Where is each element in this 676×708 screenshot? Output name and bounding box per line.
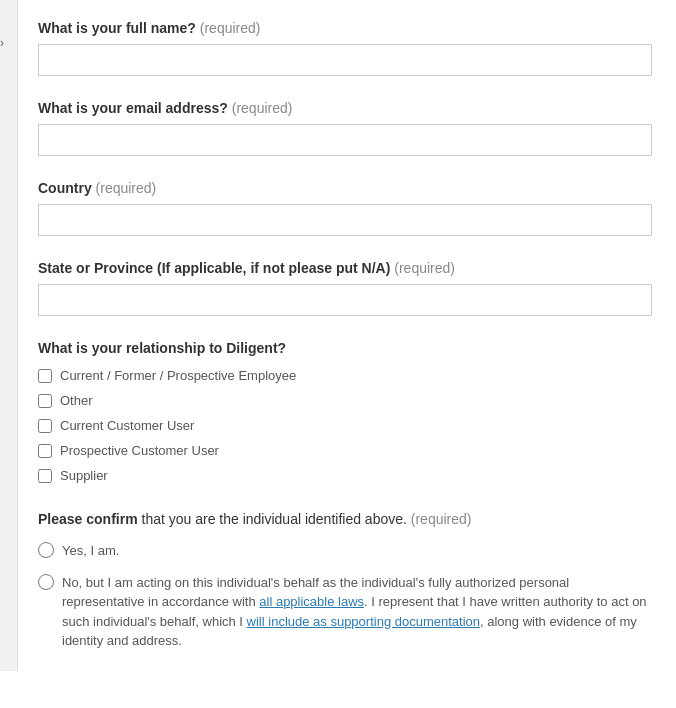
relationship-group: What is your relationship to Diligent? C… bbox=[38, 340, 652, 483]
page-wrapper: › What is your full name? (required) Wha… bbox=[0, 0, 676, 671]
checkbox-item-current-customer[interactable]: Current Customer User bbox=[38, 418, 652, 433]
radio-yes[interactable] bbox=[38, 542, 54, 558]
confirm-radio-group: Yes, I am. No, but I am acting on this i… bbox=[38, 541, 652, 651]
checkbox-other[interactable] bbox=[38, 394, 52, 408]
checkbox-label-prospective-customer: Prospective Customer User bbox=[60, 443, 219, 458]
checkbox-item-other[interactable]: Other bbox=[38, 393, 652, 408]
email-group: What is your email address? (required) bbox=[38, 100, 652, 156]
full-name-label: What is your full name? (required) bbox=[38, 20, 652, 36]
sidebar-toggle[interactable]: › bbox=[0, 0, 18, 671]
confirm-required: (required) bbox=[411, 511, 472, 527]
full-name-input[interactable] bbox=[38, 44, 652, 76]
checkbox-employee[interactable] bbox=[38, 369, 52, 383]
form-container: What is your full name? (required) What … bbox=[18, 0, 676, 671]
radio-item-yes[interactable]: Yes, I am. bbox=[38, 541, 652, 561]
checkbox-label-other: Other bbox=[60, 393, 93, 408]
radio-label-no: No, but I am acting on this individual's… bbox=[62, 573, 652, 651]
confirm-title-main: that you are the individual identified a… bbox=[142, 511, 407, 527]
checkbox-label-current-customer: Current Customer User bbox=[60, 418, 194, 433]
checkbox-item-prospective-customer[interactable]: Prospective Customer User bbox=[38, 443, 652, 458]
relationship-checkboxes: Current / Former / Prospective Employee … bbox=[38, 368, 652, 483]
checkbox-label-employee: Current / Former / Prospective Employee bbox=[60, 368, 296, 383]
checkbox-prospective-customer[interactable] bbox=[38, 444, 52, 458]
state-province-input[interactable] bbox=[38, 284, 652, 316]
confirm-title-prefix: Please confirm bbox=[38, 511, 138, 527]
confirm-title: Please confirm that you are the individu… bbox=[38, 511, 652, 527]
email-input[interactable] bbox=[38, 124, 652, 156]
email-label: What is your email address? (required) bbox=[38, 100, 652, 116]
radio-no[interactable] bbox=[38, 574, 54, 590]
checkbox-supplier[interactable] bbox=[38, 469, 52, 483]
radio-item-no[interactable]: No, but I am acting on this individual's… bbox=[38, 573, 652, 651]
state-province-group: State or Province (If applicable, if not… bbox=[38, 260, 652, 316]
checkbox-item-supplier[interactable]: Supplier bbox=[38, 468, 652, 483]
checkbox-label-supplier: Supplier bbox=[60, 468, 108, 483]
full-name-group: What is your full name? (required) bbox=[38, 20, 652, 76]
country-group: Country (required) bbox=[38, 180, 652, 236]
relationship-title: What is your relationship to Diligent? bbox=[38, 340, 652, 356]
chevron-right-icon: › bbox=[0, 36, 4, 50]
confirm-section: Please confirm that you are the individu… bbox=[38, 511, 652, 651]
country-input[interactable] bbox=[38, 204, 652, 236]
country-label: Country (required) bbox=[38, 180, 652, 196]
state-province-label: State or Province (If applicable, if not… bbox=[38, 260, 652, 276]
checkbox-item-employee[interactable]: Current / Former / Prospective Employee bbox=[38, 368, 652, 383]
radio-label-yes: Yes, I am. bbox=[62, 541, 119, 561]
checkbox-current-customer[interactable] bbox=[38, 419, 52, 433]
